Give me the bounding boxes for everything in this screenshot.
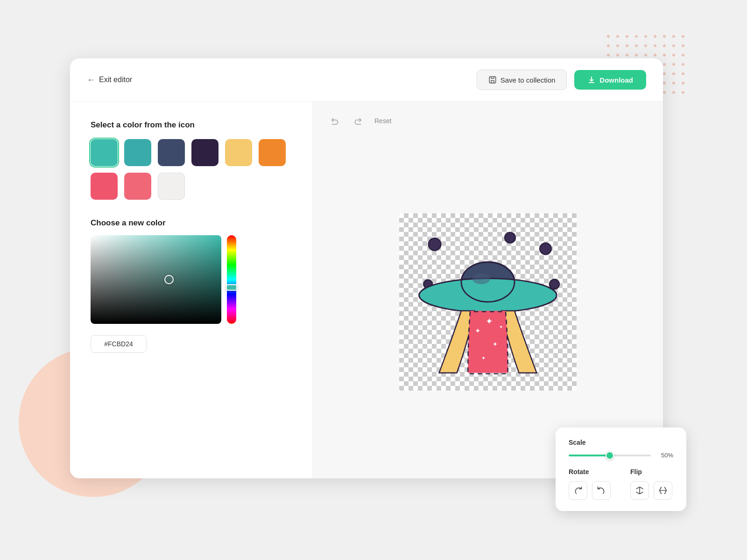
download-button[interactable]: Download [574,70,646,90]
color-gradient-picker[interactable] [91,235,221,324]
color-picker-wrapper [91,235,292,353]
redo-button[interactable] [349,113,365,129]
scale-value: 50% [656,452,673,459]
color-select-title: Select a color from the icon [91,120,292,130]
color-swatch-red[interactable] [91,173,118,200]
rotate-clockwise-button[interactable] [569,481,587,500]
rotate-buttons [569,481,612,500]
rotate-cw-icon [573,486,583,495]
editor-card: ← Exit editor Save to collection [70,58,663,478]
flip-vertical-button[interactable] [654,481,672,500]
save-icon [488,76,497,84]
color-swatch-orange[interactable] [259,139,286,166]
editor-body: Select a color from the icon Cho [70,102,663,478]
svg-rect-0 [489,77,496,83]
rotate-section: Rotate [569,468,612,500]
flip-horizontal-button[interactable] [630,481,649,500]
svg-text:✦: ✦ [486,316,493,326]
save-collection-button[interactable]: Save to collection [477,70,567,90]
svg-point-2 [429,238,441,251]
ufo-illustration: ✦ ✦ ✦ ✦ ✦ [399,213,577,391]
svg-point-9 [419,278,557,312]
editor-header: ← Exit editor Save to collection [70,58,663,102]
new-color-title: Choose a new color [91,218,292,228]
redo-icon [352,116,362,126]
flip-label: Flip [630,468,673,476]
canvas-toolbar: Reset [328,113,648,129]
download-label: Download [599,76,633,84]
svg-point-7 [550,279,559,289]
controls-panel: Scale 50% Rotate [556,427,686,511]
svg-text:✦: ✦ [475,326,481,334]
reset-button[interactable]: Reset [371,115,395,126]
hue-slider[interactable] [227,235,236,324]
new-color-section: Choose a new color [91,218,292,353]
rotate-label: Rotate [569,468,612,476]
right-panel: Reset [313,102,663,478]
scale-label: Scale [569,439,673,446]
exit-editor-button[interactable]: ← Exit editor [87,75,132,85]
rotate-flip-row: Rotate [569,468,673,500]
exit-editor-label: Exit editor [99,76,132,84]
scale-slider-thumb[interactable] [606,451,614,460]
download-icon [587,76,596,84]
rotate-counterclockwise-button[interactable] [592,481,611,500]
color-swatch-yellow[interactable] [225,139,252,166]
scale-slider-track[interactable] [569,455,651,456]
reset-label: Reset [374,117,392,125]
header-actions: Save to collection Download [477,70,646,90]
hex-input-wrapper [91,335,221,353]
svg-point-4 [505,232,515,243]
svg-point-3 [444,240,451,247]
hex-color-input[interactable] [91,335,147,353]
color-swatch-teal2[interactable] [124,139,151,166]
save-collection-label: Save to collection [500,76,556,84]
hue-slider-handle[interactable] [226,284,237,291]
canvas-area: ✦ ✦ ✦ ✦ ✦ [328,136,648,467]
color-swatch-white[interactable] [158,173,185,200]
flip-h-icon [635,486,644,495]
svg-point-16 [472,273,490,284]
flip-v-icon [658,486,668,495]
color-picker-handle[interactable] [164,275,174,284]
svg-text:✦: ✦ [481,355,486,360]
undo-button[interactable] [328,113,344,129]
color-swatch-pink[interactable] [124,173,151,200]
back-arrow-icon: ← [87,75,95,85]
svg-text:✦: ✦ [493,341,498,348]
icon-canvas: ✦ ✦ ✦ ✦ ✦ [399,213,577,391]
color-swatch-dark-purple[interactable] [191,139,218,166]
color-swatches-grid [91,139,292,200]
undo-icon [331,116,341,126]
flip-section: Flip [630,468,673,500]
color-swatch-navy[interactable] [158,139,185,166]
scale-slider-fill [569,455,610,456]
color-select-section: Select a color from the icon [91,120,292,200]
scale-section: Scale 50% [569,439,673,459]
flip-buttons [630,481,673,500]
rotate-ccw-icon [597,486,606,495]
svg-rect-1 [491,81,494,83]
color-swatch-teal-selected[interactable] [91,139,118,166]
scale-row: 50% [569,452,673,459]
left-panel: Select a color from the icon Cho [70,102,313,478]
svg-point-5 [540,243,551,254]
svg-text:✦: ✦ [499,324,503,329]
